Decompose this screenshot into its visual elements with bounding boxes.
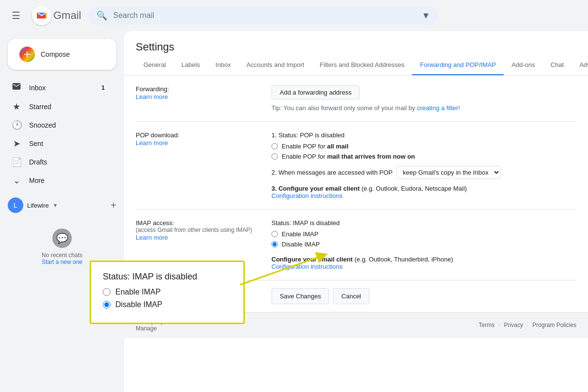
popup-enable-imap-label: Enable IMAP — [115, 288, 160, 296]
pop-all-label: Enable POP for all mail — [282, 143, 349, 150]
pop-radio-group: Enable POP for all mail Enable POP for m… — [271, 143, 576, 160]
svg-line-2 — [240, 256, 322, 285]
forwarding-label-col: Forwarding: Learn more — [136, 85, 271, 112]
pop-when-accessed-label: 2. When messages are accessed with POP — [271, 169, 393, 176]
imap-popup-overlay: Status: IMAP is disabled Enable IMAP Dis… — [90, 261, 245, 324]
starred-icon: ★ — [12, 101, 21, 112]
inbox-badge: 1 — [101, 84, 105, 91]
pop-learn-more-link[interactable]: Learn more — [136, 139, 168, 147]
pop-configure-label: 3. Configure your email client — [271, 185, 360, 192]
tab-forwarding[interactable]: Forwarding and POP/IMAP — [412, 55, 504, 76]
tab-chat[interactable]: Chat — [543, 55, 572, 76]
tab-accounts[interactable]: Accounts and Import — [238, 55, 312, 76]
footer-sep-2: · — [527, 322, 528, 328]
pop-all-radio[interactable] — [271, 143, 278, 149]
pop-all-radio-item[interactable]: Enable POP for all mail — [271, 143, 576, 150]
pop-configuration-instructions-link[interactable]: Configuration instructions — [271, 192, 343, 199]
gmail-label: Gmail — [53, 9, 81, 22]
sidebar-item-inbox[interactable]: Inbox 1 — [0, 78, 116, 98]
pop-action-select[interactable]: keep Gmail's copy in the Inbox mark Gmai… — [397, 166, 501, 179]
terms-link[interactable]: Terms — [479, 322, 495, 328]
forwarding-learn-more-link[interactable]: Learn more — [136, 93, 168, 100]
enable-imap-radio[interactable] — [271, 231, 278, 237]
more-icon: ⌄ — [12, 175, 21, 186]
add-account-icon[interactable]: + — [111, 200, 116, 211]
creating-filter-link[interactable]: creating a filter! — [417, 104, 460, 112]
footer-links: Terms · Privacy · Program Policies — [479, 322, 576, 328]
pop-now-radio-item[interactable]: Enable POP for mail that arrives from no… — [271, 153, 576, 160]
sidebar-item-more[interactable]: ⌄ More — [0, 171, 116, 190]
sent-icon: ➤ — [12, 138, 21, 149]
tab-labels[interactable]: Labels — [174, 55, 207, 76]
imap-learn-more-link[interactable]: Learn more — [136, 234, 168, 241]
popup-disable-imap-item[interactable]: Disable IMAP — [103, 300, 232, 309]
enable-imap-label: Enable IMAP — [282, 230, 318, 238]
sidebar-item-snoozed[interactable]: 🕐 Snoozed — [0, 116, 116, 134]
forwarding-label: Forwarding: — [136, 85, 260, 93]
compose-button[interactable]: + Compose — [8, 39, 116, 70]
chat-avatar-icon: 💬 — [52, 229, 72, 248]
sidebar-item-starred[interactable]: ★ Starred — [0, 98, 116, 116]
sidebar-item-sent[interactable]: ➤ Sent — [0, 134, 116, 153]
account-row[interactable]: L Lifewire ▾ + — [0, 194, 124, 217]
chat-section: 💬 No recent chats Start a new one — [0, 229, 124, 265]
snoozed-label: Snoozed — [29, 121, 105, 129]
pop-configure-row: 3. Configure your email client (e.g. Out… — [271, 185, 576, 199]
imap-label: IMAP access: — [136, 219, 260, 227]
search-input[interactable] — [113, 11, 415, 20]
svg-rect-1 — [46, 13, 47, 18]
no-recent-chats-text: No recent chats — [8, 252, 116, 259]
popup-title: Status: IMAP is disabled — [103, 272, 232, 282]
pop-status: 1. Status: POP is disabled — [271, 131, 576, 139]
popup-arrow-svg — [235, 246, 332, 294]
privacy-link[interactable]: Privacy — [504, 322, 523, 328]
compose-plus-icon: + — [19, 47, 35, 62]
starred-label: Starred — [29, 103, 105, 111]
layout: + Compose Inbox 1 ★ Starred 🕐 Snoozed ➤ … — [0, 31, 588, 392]
pop-now-radio[interactable] — [271, 153, 278, 160]
popup-enable-imap-radio[interactable] — [103, 288, 111, 296]
avatar: L — [8, 197, 23, 213]
add-forwarding-button[interactable]: Add a forwarding address — [271, 85, 360, 99]
search-dropdown-icon[interactable]: ▼ — [422, 11, 430, 21]
main-content: Settings General Labels Inbox Accounts a… — [124, 31, 588, 392]
imap-radio-group: Enable IMAP Disable IMAP — [271, 230, 576, 248]
imap-status: Status: IMAP is disabled — [271, 219, 576, 227]
tab-filters[interactable]: Filters and Blocked Addresses — [312, 55, 413, 76]
program-policies-link[interactable]: Program Policies — [532, 322, 576, 328]
drafts-label: Drafts — [29, 158, 105, 166]
snoozed-icon: 🕐 — [12, 120, 21, 131]
more-label: More — [29, 177, 105, 184]
sidebar-item-drafts[interactable]: 📄 Drafts — [0, 153, 116, 171]
footer-sep-1: · — [498, 322, 500, 328]
forwarding-row: Forwarding: Learn more Add a forwarding … — [136, 76, 576, 122]
tab-inbox[interactable]: Inbox — [208, 55, 239, 76]
gmail-logo-m — [32, 6, 51, 25]
imap-sublabel: (access Gmail from other clients using I… — [136, 227, 260, 233]
pop-select-row: 2. When messages are accessed with POP k… — [271, 166, 576, 179]
popup-disable-imap-radio[interactable] — [103, 301, 111, 309]
compose-label: Compose — [41, 50, 70, 58]
imap-status-popup: Status: IMAP is disabled Enable IMAP Dis… — [90, 261, 245, 324]
tab-advanced[interactable]: Advanced — [572, 55, 588, 76]
topbar: ☰ Gmail 🔍 ▼ — [0, 0, 588, 31]
account-name: Lifewire — [27, 202, 49, 209]
popup-enable-imap-item[interactable]: Enable IMAP — [103, 288, 232, 296]
page-title: Settings — [124, 31, 588, 53]
pop-value-col: 1. Status: POP is disabled Enable POP fo… — [271, 131, 576, 199]
inbox-label: Inbox — [29, 84, 94, 92]
tab-addons[interactable]: Add-ons — [504, 55, 542, 76]
pop-configure-desc: (e.g. Outlook, Eudora, Netscape Mail) — [362, 185, 467, 192]
tab-general[interactable]: General — [136, 55, 174, 76]
settings-tabs: General Labels Inbox Accounts and Import… — [124, 55, 588, 76]
search-bar[interactable]: 🔍 ▼ — [89, 6, 438, 25]
cancel-button[interactable]: Cancel — [333, 288, 369, 304]
enable-imap-radio-item[interactable]: Enable IMAP — [271, 230, 576, 238]
pop-label: POP download: — [136, 131, 260, 139]
popup-disable-imap-label: Disable IMAP — [115, 300, 162, 309]
forwarding-tip: Tip: You can also forward only some of y… — [271, 104, 576, 112]
search-icon: 🔍 — [96, 10, 107, 21]
menu-icon[interactable]: ☰ — [8, 6, 24, 25]
account-chevron-icon: ▾ — [54, 202, 57, 209]
manage-link[interactable]: Manage — [136, 325, 157, 332]
